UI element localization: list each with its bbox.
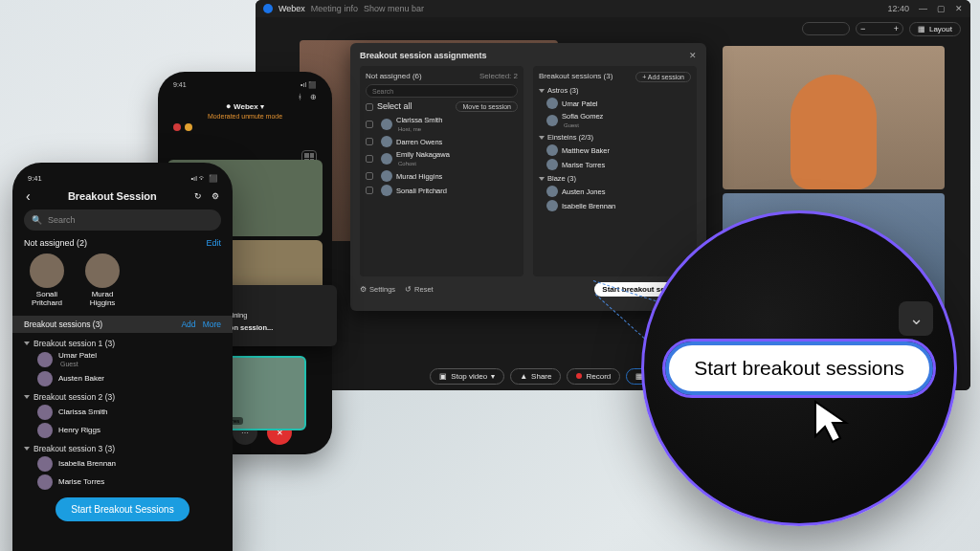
stop-video-button[interactable]: ▣Stop video▾ [430, 368, 504, 385]
window-titlebar: Webex Meeting info Show menu bar 12:40 —… [256, 0, 970, 17]
modal-title: Breakout session assignments [360, 51, 487, 60]
magnifier-lens: ⌄ Start breakout sessions [641, 210, 957, 526]
breakout-assignments-modal: Breakout session assignments ✕ Not assig… [350, 43, 706, 311]
selected-count: Selected: 2 [479, 72, 518, 80]
gear-icon[interactable]: ⚙ [212, 191, 219, 201]
grid-icon: ▦ [918, 25, 925, 33]
app-name: Webex [278, 4, 305, 13]
edit-link[interactable]: Edit [206, 238, 221, 248]
participant-avatar[interactable]: SonaliPritchard [30, 253, 64, 308]
not-assigned-column: Not assigned (6) Selected: 2 Select all … [360, 66, 523, 276]
window-close-icon[interactable]: ✕ [955, 4, 963, 13]
person-row[interactable]: Marise Torres [37, 474, 221, 490]
person-row[interactable]: Matthew Baker [546, 144, 691, 156]
add-session-button[interactable]: + Add session [635, 72, 691, 82]
more-link[interactable]: More [203, 320, 221, 329]
person-row[interactable]: Clarissa Smith [37, 405, 221, 420]
show-menu-link[interactable]: Show menu bar [364, 4, 424, 13]
toolbar-zoom-control[interactable]: −+ [856, 22, 903, 35]
layout-button[interactable]: ▦ Layout [909, 22, 961, 36]
camera-icon: ▣ [439, 372, 447, 381]
participant-avatar[interactable]: MuradHiggins [85, 253, 120, 308]
bluetooth-icon[interactable]: ᚼ [298, 93, 302, 101]
sessions-header: Breakout sessions (3) [24, 320, 102, 329]
page-title: Breakout Session [68, 190, 157, 202]
meeting-info-link[interactable]: Meeting info [311, 4, 358, 13]
person-row[interactable]: Murad Higgins [366, 170, 518, 182]
settings-link[interactable]: ⚙Settings [360, 285, 395, 294]
session-header[interactable]: Breakout session 3 (3) [24, 444, 221, 453]
chevron-down-icon: ▾ [491, 372, 495, 381]
person-row[interactable]: Isabella Brennan [37, 456, 221, 472]
session-header[interactable]: Breakout session 2 (3) [24, 392, 221, 402]
column-title: Not assigned (6) [366, 72, 422, 80]
status-dot-icon [185, 123, 192, 131]
person-row[interactable]: Darren Owens [366, 136, 518, 147]
person-row[interactable]: Clarissa SmithHost, me [366, 116, 518, 133]
session-header[interactable]: Astros (3) [539, 86, 691, 95]
refresh-icon[interactable]: ↻ [194, 191, 202, 201]
person-row[interactable]: Emily NakagawaCohost [366, 150, 518, 167]
gear-icon: ⚙ [360, 285, 367, 294]
session-header[interactable]: Einsteins (2/3) [539, 133, 691, 142]
column-title: Breakout sessions (3) [539, 72, 612, 82]
share-button[interactable]: ▲Share [510, 368, 561, 385]
status-icons: •ıl ⬛ [301, 81, 317, 89]
status-dot-icon [173, 123, 181, 131]
person-row[interactable]: Umar Patel [546, 98, 691, 109]
reset-link[interactable]: ↺Reset [405, 285, 434, 294]
phone-device: 9:41 •ıl ᯤ ⬛ ‹ Breakout Session ↻ ⚙ 🔍 Se… [12, 163, 233, 551]
person-row[interactable]: Umar PatelGuest [37, 351, 221, 368]
move-to-session-button[interactable]: Move to session [456, 101, 518, 112]
status-time: 9:41 [28, 174, 42, 183]
search-icon: 🔍 [32, 215, 42, 225]
record-icon [576, 373, 582, 379]
start-breakout-button-zoomed[interactable]: Start breakout sessions [665, 342, 932, 395]
share-icon: ▲ [520, 372, 527, 381]
search-input[interactable] [366, 84, 518, 98]
not-assigned-label: Not assigned (2) [24, 238, 87, 248]
cursor-icon [812, 398, 854, 450]
window-minimize-icon[interactable]: — [919, 4, 927, 13]
window-maximize-icon[interactable]: ▢ [937, 4, 946, 13]
add-user-icon[interactable]: ⊕ [310, 93, 317, 101]
mode-label: Moderated unmute mode [167, 113, 323, 120]
session-header[interactable]: Blaze (3) [539, 174, 691, 183]
session-header[interactable]: Breakout session 1 (3) [24, 339, 221, 348]
person-row[interactable]: Marise Torres [546, 159, 691, 170]
search-input[interactable]: 🔍 Search [24, 209, 221, 231]
video-tile[interactable] [723, 46, 945, 189]
back-icon[interactable]: ‹ [26, 188, 31, 204]
add-link[interactable]: Add [181, 320, 195, 329]
toolbar-search-icon[interactable] [802, 22, 850, 35]
person-row[interactable]: Sonali Pritchard [366, 185, 518, 196]
svg-marker-0 [815, 402, 846, 442]
person-row[interactable]: Sofia GomezGuest [546, 112, 691, 129]
clock: 12:40 [887, 4, 909, 13]
start-breakout-button[interactable]: Start Breakout Sessions [56, 497, 189, 521]
record-button[interactable]: Record [567, 368, 620, 385]
webex-logo-icon [263, 4, 273, 13]
status-icons: •ıl ᯤ ⬛ [190, 174, 217, 183]
person-row[interactable]: Austen Baker [37, 371, 221, 386]
person-row[interactable]: Isabelle Brennan [546, 200, 691, 211]
chevron-down-icon[interactable]: ⌄ [899, 301, 933, 336]
status-time: 9:41 [173, 81, 187, 89]
person-row[interactable]: Austen Jones [546, 186, 691, 197]
app-name: Webex [234, 102, 258, 111]
modal-close-icon[interactable]: ✕ [689, 51, 697, 60]
select-all-checkbox[interactable]: Select all [366, 101, 412, 112]
reset-icon: ↺ [405, 285, 412, 294]
person-row[interactable]: Henry Riggs [37, 423, 221, 438]
desktop-toolbar: −+ ▦ Layout [256, 17, 970, 40]
breakout-sessions-column: Breakout sessions (3) + Add session Astr… [533, 66, 697, 276]
